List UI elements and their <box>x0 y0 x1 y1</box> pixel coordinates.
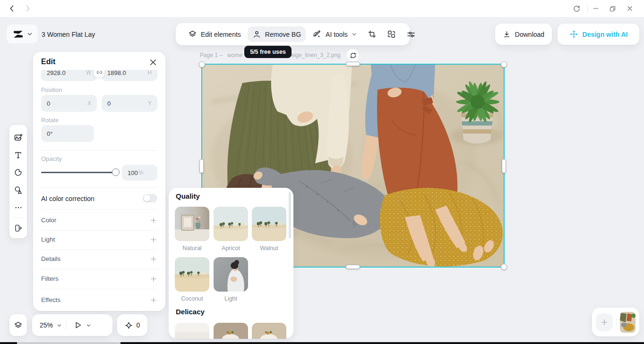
position-x-field[interactable]: 0 X <box>41 95 97 112</box>
page-label: Page 1 – wome <box>200 52 242 59</box>
add-page-button[interactable] <box>596 313 613 331</box>
text-icon[interactable] <box>9 146 27 164</box>
remove-bg-button[interactable]: Remove BG <box>248 26 306 42</box>
opacity-slider[interactable] <box>41 172 118 173</box>
pages-widget <box>592 308 639 336</box>
ai-tools-button[interactable]: AI tools <box>308 26 361 42</box>
elements-icon[interactable] <box>9 181 27 199</box>
height-suffix: H <box>147 70 152 76</box>
edit-panel: Edit 2928.0 W 1898.0 H Position 0 X 0 Y <box>33 52 165 311</box>
minimize-icon[interactable] <box>590 3 602 14</box>
ai-tools-label: AI tools <box>326 31 348 38</box>
layers-button[interactable] <box>9 314 27 336</box>
aspect-link-icon[interactable] <box>94 70 104 77</box>
main-toolbar: Edit elements Remove BG AI tools <box>176 23 410 45</box>
remove-bg-label: Remove BG <box>265 31 301 38</box>
adjust-button[interactable] <box>402 26 420 42</box>
filter-label: Walnut <box>252 245 286 252</box>
back-icon[interactable] <box>7 3 17 14</box>
position-label: Position <box>41 87 62 93</box>
opacity-slider-thumb[interactable] <box>112 168 120 176</box>
selection-handle-top-left[interactable] <box>199 61 205 67</box>
filter-thumb-delicacy-1[interactable] <box>175 323 209 339</box>
y-suffix: Y <box>148 100 152 107</box>
zoom-divider <box>66 321 66 329</box>
quality-popup: Quality Natural Apricot Walnut Coconut L… <box>169 188 293 339</box>
selection-handle-left[interactable] <box>199 159 204 173</box>
capcut-logo-icon <box>12 28 24 40</box>
filter-thumb-coconut[interactable] <box>175 257 209 292</box>
opacity-unit: % <box>138 169 144 176</box>
filter-thumb-natural[interactable] <box>175 207 209 241</box>
zoom-level[interactable]: 25% <box>40 321 53 329</box>
rotate-value: 0° <box>47 130 52 137</box>
restore-icon[interactable] <box>606 3 618 14</box>
x-value: 0 <box>47 100 50 107</box>
selection-handle-right[interactable] <box>502 159 506 173</box>
filter-thumb-apricot[interactable] <box>214 207 248 241</box>
download-button[interactable]: Download <box>495 24 552 45</box>
y-value: 0 <box>107 100 111 107</box>
width-suffix: W <box>86 70 91 76</box>
filter-thumb-delicacy-2[interactable] <box>214 323 248 339</box>
credits-button[interactable]: 0 <box>117 314 147 336</box>
chevron-down-icon <box>352 32 357 37</box>
more-icon[interactable] <box>9 199 27 216</box>
divider <box>41 187 157 188</box>
rotate-label: Rotate <box>41 117 59 124</box>
background-icon[interactable] <box>9 164 27 181</box>
chevron-down-icon[interactable] <box>86 323 91 328</box>
titlebar-divider <box>587 5 588 12</box>
selection-handle-bottom-right[interactable] <box>501 264 507 270</box>
add-effects-button[interactable] <box>150 296 157 304</box>
crop-button[interactable] <box>363 26 381 42</box>
app-menu-button[interactable] <box>7 25 38 43</box>
close-icon[interactable] <box>149 58 157 67</box>
add-light-button[interactable] <box>150 236 157 243</box>
page-thumbnail[interactable] <box>620 312 635 333</box>
design-with-ai-button[interactable]: Design with AI <box>558 24 639 45</box>
add-filters-button[interactable] <box>150 275 157 283</box>
download-icon <box>503 30 511 38</box>
position-y-field[interactable]: 0 Y <box>102 95 157 112</box>
effects-row-label: Effects <box>41 296 60 303</box>
cursor-mode-icon[interactable] <box>74 321 82 329</box>
reload-icon[interactable] <box>570 3 583 14</box>
replace-button[interactable] <box>383 26 400 42</box>
delicacy-title: Delicacy <box>176 308 205 316</box>
opacity-value-field[interactable]: 100 % <box>122 165 157 181</box>
filter-label: Natural <box>175 245 209 252</box>
divider <box>41 289 157 289</box>
details-row-label: Details <box>41 255 60 262</box>
add-image-icon[interactable] <box>9 129 27 146</box>
x-suffix: X <box>87 100 91 107</box>
filter-thumb-delicacy-3[interactable] <box>252 323 286 339</box>
add-color-button[interactable] <box>150 217 157 224</box>
selection-handle-top[interactable] <box>346 62 360 66</box>
popup-scrollbar[interactable] <box>289 192 291 238</box>
add-details-button[interactable] <box>150 255 157 263</box>
ai-wand-icon <box>312 30 322 39</box>
rotate-field[interactable]: 0° <box>41 125 94 142</box>
filter-thumb-walnut[interactable] <box>252 207 286 241</box>
chevron-down-icon[interactable] <box>57 323 62 328</box>
filter-thumb-light[interactable] <box>214 257 248 292</box>
ai-color-toggle[interactable] <box>143 194 157 202</box>
selection-handle-top-right[interactable] <box>501 61 507 67</box>
taskbar-segment <box>17 342 120 344</box>
divider <box>41 230 157 231</box>
close-window-icon[interactable] <box>624 3 636 14</box>
color-row-label: Color <box>41 217 56 224</box>
width-field[interactable]: 2928.0 W <box>41 70 97 81</box>
ai-color-label: AI color correction <box>41 195 94 202</box>
quality-title: Quality <box>176 192 200 200</box>
selection-handle-bottom[interactable] <box>346 265 360 269</box>
regenerate-button[interactable] <box>346 49 360 62</box>
height-field[interactable]: 1898.0 H <box>102 70 157 81</box>
mockup-icon[interactable] <box>9 219 27 237</box>
sparkle-icon <box>125 321 133 329</box>
height-value: 1898.0 <box>107 70 126 76</box>
edit-panel-title: Edit <box>41 58 55 66</box>
edit-elements-button[interactable]: Edit elements <box>183 26 246 42</box>
opacity-label: Opacity <box>41 155 62 162</box>
